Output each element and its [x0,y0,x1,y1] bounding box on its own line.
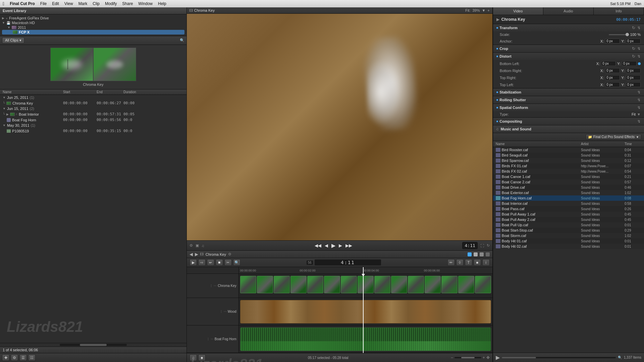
music-play-button[interactable]: ▶ [496,354,500,361]
sound-item-0[interactable]: Bird Rooster.caf Sound Ideas 0:04 [493,147,644,153]
transport-goto-start[interactable]: ◀◀ [315,243,321,248]
zoom-plus-icon[interactable]: + [483,355,485,360]
distort-expand-icon[interactable]: ↯ [637,54,641,59]
clip-p1080519[interactable]: P1080519 00:00:00:00 00:00:35:15 00:0 [0,128,186,134]
timeline-prev-icon[interactable]: ◀ [190,252,193,257]
sound-item-12[interactable]: Boat Pull Away 1.caf Sound Ideas 0:45 [493,212,644,217]
clip-boat-interior[interactable]: └ ▶ ♫ Boat Interior 00:00:00:00 00:00:57… [0,111,186,117]
transition-btn[interactable]: ◊ [456,259,464,266]
apple-menu[interactable]:  [3,1,4,6]
timeline-audio-btn[interactable]: ♫ [190,354,197,361]
timeline-vol-icon[interactable] [486,252,490,256]
music-progress-bar[interactable] [502,357,616,358]
inspector-distort-header[interactable]: ■ Distort ↻ ↯ [493,53,644,60]
zoom-minus-icon[interactable]: − [451,355,453,360]
tool-trim[interactable]: ⇨ [198,259,206,266]
settings-button[interactable]: ⚙ [11,354,18,361]
menu-mark[interactable]: Mark [78,1,88,6]
date-group-jun15[interactable]: ▼ Jun 15, 2011 (2) [0,106,186,111]
preview-audio-icon[interactable]: ♫ [202,244,204,248]
tool-position[interactable]: ↚ [207,259,214,266]
library-year[interactable]: ▼ 2011 [2,25,184,30]
timeline-next-icon[interactable]: ▶ [195,252,198,257]
tool-zoom[interactable]: 🔍 [233,259,240,266]
bottom-right-y[interactable] [626,68,641,73]
timeline-clip-btn[interactable]: ■ [198,354,206,361]
crop-reset-icon[interactable]: ↻ [632,46,635,51]
library-freeagent[interactable]: ▶ ● FreeAgent GoFlex Drive [2,16,184,20]
sound-item-8[interactable]: Boat Exterior.caf Sound Ideas 1:02 [493,190,644,195]
sound-item-5[interactable]: Boat Canoe 1.caf Sound Ideas 0:21 [493,174,644,179]
menu-modify[interactable]: Modify [105,1,117,6]
inspector-stabilization-header[interactable]: ■ Stabilization ↯ [493,88,644,96]
track-expand-wood[interactable]: ⋮ [220,310,223,313]
menu-share[interactable]: Share [122,1,133,6]
track-expand-foghorn[interactable]: ⋮ [207,338,210,341]
all-clips-button[interactable]: All Clips ▾ [2,37,24,44]
anchor-x-input[interactable] [605,39,620,44]
sound-item-11[interactable]: Boat Pass.caf Sound Ideas 0:26 [493,206,644,212]
info-btn[interactable]: i [482,259,490,266]
rolling-shutter-expand-icon[interactable]: ↯ [637,98,641,102]
title-btn[interactable]: T [465,259,472,266]
tool-range[interactable]: ◽ [216,259,223,266]
sound-item-9[interactable]: Boat Fog Horn.caf Sound Ideas 0:08 [493,195,644,201]
tab-video[interactable]: Video [493,7,543,15]
distort-reset-icon[interactable]: ↻ [632,54,635,59]
refresh-icon[interactable]: ↻ [487,243,490,248]
top-right-y[interactable] [626,75,641,80]
menu-edit[interactable]: Edit [52,1,59,6]
bottom-left-y[interactable] [622,61,637,66]
inspector-spatial-conform-header[interactable]: ■ Spatial Conform ↯ [493,104,644,111]
sound-item-16[interactable]: Boat Storm.caf Sound Ideas 1:02 [493,233,644,238]
preview-transform-icon[interactable]: ▣ [196,243,199,248]
sound-item-15[interactable]: Boat Start-Stop.caf Sound Ideas 0:29 [493,228,644,233]
library-macintosh[interactable]: ▼ 💾 Macintosh HD [2,20,184,25]
timeline-settings-icon[interactable]: ⚙ [228,252,231,256]
date-group-jun25[interactable]: ▼ Jun 25, 2011 (1) [0,95,186,100]
zoom-fit-icon[interactable]: ✥ [486,355,490,360]
sound-item-2[interactable]: Bird Sparrow.caf Sound Ideas 0:12 [493,158,644,163]
date-group-may30[interactable]: ▼ May 30, 2011 (1) [0,123,186,128]
sound-item-7[interactable]: Boat Drive.caf Sound Ideas 0:46 [493,185,644,190]
inspector-transform-header[interactable]: ■ Transform ↻ ↯ [493,24,644,32]
menu-window[interactable]: Window [138,1,153,6]
generator-btn[interactable]: ■ [474,259,481,266]
track-collapse-chroma[interactable]: ⋯ [214,284,217,288]
transform-reset-icon[interactable]: ↻ [632,25,635,30]
zoom-slider[interactable] [454,357,481,358]
tab-info[interactable]: Info [594,7,644,15]
inspector-crop-header[interactable]: ■ Crop ↻ ↯ [493,45,644,52]
sound-item-6[interactable]: Boat Canoe 2.caf Sound Ideas 0:57 [493,179,644,185]
zoom-in-icon[interactable]: + [487,8,489,12]
edit-tools-right[interactable]: ✏ [447,259,455,266]
timeline-mute-icon[interactable] [474,252,478,256]
top-left-x[interactable] [605,82,620,87]
clip-boat-fog-horn[interactable]: Boat Fog Horn 00:00:00:00 00:00:05:56 00… [0,117,186,123]
menu-view[interactable]: View [64,1,73,6]
view-list-button[interactable]: ☰ [19,354,27,361]
anchor-y-input[interactable] [626,39,641,44]
sound-item-3[interactable]: Birds FX 01.caf http://www.Powe... 0:07 [493,163,644,169]
preview-settings-icon[interactable]: ⚙ [190,243,193,248]
inspector-rolling-shutter-header[interactable]: ■ Rolling Shutter ↯ [493,96,644,104]
track-collapse-wood[interactable]: ⋯ [224,310,227,313]
search-icon[interactable]: 🔍 [180,38,184,43]
sound-item-13[interactable]: Boat Pull Away 2.caf Sound Ideas 0:45 [493,217,644,222]
music-source-selector[interactable]: 📁 Final Cut Pro Sound Effects ▼ [586,134,641,140]
top-left-y[interactable] [626,82,641,87]
spatial-conform-expand-icon[interactable]: ↯ [637,105,641,110]
crop-expand-icon[interactable]: ↯ [637,46,641,51]
menu-file[interactable]: File [40,1,47,6]
transform-expand-icon[interactable]: ↯ [637,25,641,30]
track-collapse-foghorn[interactable]: ⋯ [211,338,214,341]
stabilization-expand-icon[interactable]: ↯ [637,90,641,95]
menu-clip[interactable]: Clip [93,1,100,6]
library-project[interactable]: FCP X [2,30,184,35]
bottom-left-x[interactable] [601,61,616,66]
top-right-x[interactable] [605,75,620,80]
view-filmstrip-button[interactable]: ☷ [28,354,36,361]
spatial-conform-dropdown[interactable]: ▼ [637,112,641,116]
inspector-compositing-header[interactable]: ■ Compositing ↯ [493,118,644,125]
bottom-right-x[interactable] [605,68,620,73]
